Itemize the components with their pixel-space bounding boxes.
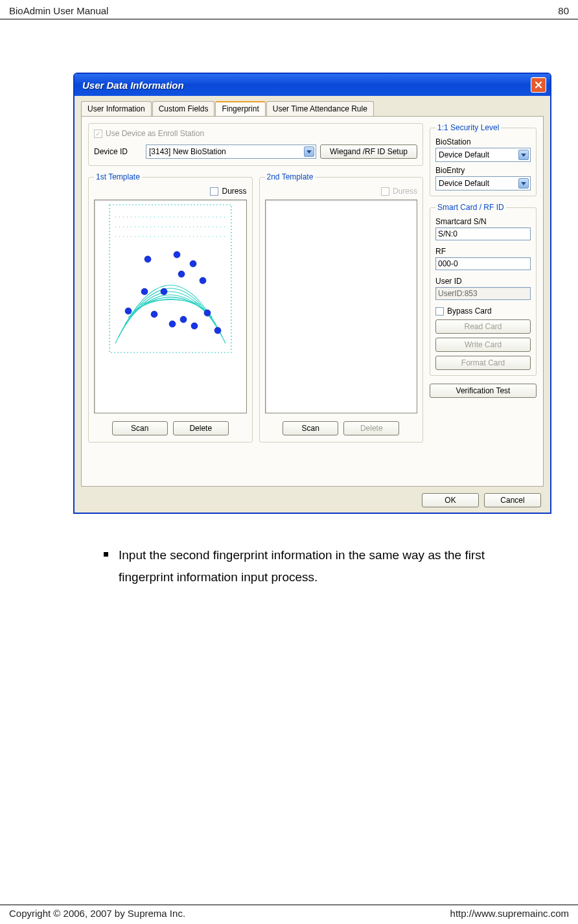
- device-id-combo[interactable]: [3143] New BioStation: [146, 144, 316, 159]
- write-card-button: Write Card: [435, 338, 531, 352]
- userid-label: User ID: [435, 277, 531, 286]
- second-scan-button[interactable]: Scan: [283, 421, 338, 435]
- svg-point-10: [161, 288, 167, 295]
- bullet-icon: [104, 552, 108, 557]
- rf-label: RF: [435, 247, 531, 256]
- first-template-legend: 1st Template: [94, 172, 142, 181]
- smartcard-group: Smart Card / RF ID Smartcard S/N RF User…: [430, 203, 537, 376]
- close-button[interactable]: [531, 77, 546, 93]
- chevron-down-icon: [518, 150, 529, 160]
- page-number: 80: [558, 5, 569, 16]
- smartcard-sn-input[interactable]: [435, 227, 531, 240]
- tab-bar: User Information Custom Fields Fingerpri…: [75, 96, 550, 116]
- dialog-titlebar: User Data Information: [75, 74, 550, 96]
- second-delete-button: Delete: [343, 421, 399, 435]
- svg-point-12: [151, 311, 157, 318]
- enroll-station-label: Use Device as Enroll Station: [106, 129, 204, 138]
- second-fingerprint-preview: [265, 200, 418, 413]
- first-duress-label: Duress: [222, 187, 246, 196]
- tab-fingerprint[interactable]: Fingerprint: [215, 101, 265, 116]
- svg-point-8: [200, 277, 206, 284]
- wiegand-setup-button[interactable]: Wiegand /RF ID Setup: [320, 144, 417, 159]
- chevron-down-icon: [518, 178, 529, 189]
- userid-input: [435, 287, 531, 300]
- svg-point-7: [178, 271, 185, 277]
- ok-button[interactable]: OK: [422, 493, 479, 507]
- enroll-station-group: Use Device as Enroll Station Device ID […: [88, 123, 423, 166]
- first-duress-checkbox[interactable]: [210, 187, 218, 196]
- svg-point-17: [214, 327, 221, 334]
- biostation-label: BioStation: [435, 137, 531, 146]
- enroll-station-checkbox[interactable]: [94, 130, 102, 138]
- second-template-group: 2nd Template Duress Scan Delete: [259, 172, 424, 443]
- first-fingerprint-preview: [94, 200, 247, 413]
- biostation-combo[interactable]: Device Default: [435, 148, 531, 162]
- first-delete-button[interactable]: Delete: [173, 421, 229, 435]
- device-id-value: [3143] New BioStation: [149, 147, 226, 156]
- bypass-card-checkbox[interactable]: [435, 307, 444, 316]
- verification-test-button[interactable]: Verification Test: [430, 384, 537, 398]
- bioentry-label: BioEntry: [435, 166, 531, 175]
- svg-point-14: [180, 316, 187, 323]
- device-id-label: Device ID: [94, 147, 142, 156]
- second-duress-checkbox: [381, 187, 389, 196]
- smartcard-legend: Smart Card / RF ID: [435, 203, 506, 212]
- svg-point-15: [191, 323, 198, 329]
- svg-point-5: [174, 251, 180, 258]
- user-data-dialog: User Data Information User Information C…: [73, 73, 551, 514]
- first-scan-button[interactable]: Scan: [112, 421, 168, 435]
- svg-point-16: [204, 310, 211, 316]
- svg-point-6: [190, 260, 196, 267]
- tab-user-information[interactable]: User Information: [81, 101, 152, 116]
- second-duress-label: Duress: [393, 187, 417, 196]
- instruction-paragraph: Input the second fingerprint information…: [104, 544, 533, 588]
- svg-point-13: [169, 321, 176, 327]
- second-template-legend: 2nd Template: [265, 172, 316, 181]
- smartcard-sn-label: Smartcard S/N: [435, 217, 531, 226]
- cancel-button[interactable]: Cancel: [484, 493, 541, 507]
- bypass-card-label: Bypass Card: [447, 306, 492, 316]
- manual-title: BioAdmin User Manual: [9, 5, 108, 16]
- format-card-button: Format Card: [435, 356, 531, 370]
- security-level-legend: 1:1 Security Level: [435, 123, 501, 132]
- rf-input[interactable]: [435, 257, 531, 270]
- read-card-button: Read Card: [435, 319, 531, 334]
- svg-point-11: [125, 308, 132, 314]
- tab-custom-fields[interactable]: Custom Fields: [152, 101, 215, 116]
- svg-point-9: [141, 288, 148, 295]
- copyright-text: Copyright © 2006, 2007 by Suprema Inc.: [9, 908, 185, 919]
- close-icon: [535, 81, 542, 89]
- footer-url: http://www.supremainc.com: [450, 908, 569, 919]
- first-template-group: 1st Template Duress: [88, 172, 253, 443]
- svg-point-4: [144, 256, 151, 262]
- tab-user-time-attendance-rule[interactable]: User Time Attendance Rule: [266, 101, 374, 116]
- security-level-group: 1:1 Security Level BioStation Device Def…: [430, 123, 537, 196]
- tab-panel-fingerprint: Use Device as Enroll Station Device ID […: [81, 116, 544, 487]
- chevron-down-icon: [304, 146, 314, 157]
- fingerprint-icon: [109, 204, 232, 353]
- instruction-text: Input the second fingerprint information…: [119, 544, 533, 588]
- bioentry-combo[interactable]: Device Default: [435, 176, 531, 191]
- dialog-title: User Data Information: [82, 80, 184, 91]
